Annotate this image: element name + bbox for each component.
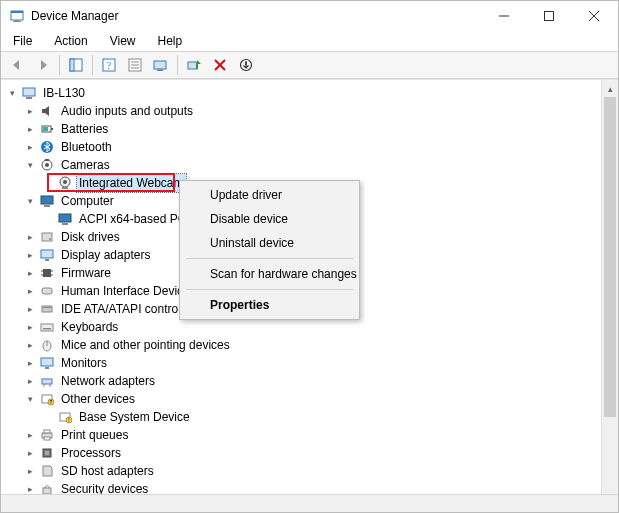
expand-icon[interactable]: ▸ bbox=[23, 338, 37, 352]
vertical-scrollbar[interactable]: ▴ ▾ bbox=[601, 80, 618, 512]
expand-icon[interactable]: ▸ bbox=[23, 302, 37, 316]
display-icon bbox=[39, 247, 55, 263]
svg-text:!: ! bbox=[68, 417, 69, 423]
tree-label: ACPI x64-based PC bbox=[77, 210, 188, 228]
menu-scan-hardware[interactable]: Scan for hardware changes bbox=[182, 262, 357, 286]
menu-separator bbox=[186, 289, 353, 290]
svg-rect-51 bbox=[41, 324, 53, 331]
menu-disable-device[interactable]: Disable device bbox=[182, 207, 357, 231]
svg-rect-9 bbox=[70, 59, 74, 71]
monitor-icon bbox=[57, 211, 73, 227]
monitor-icon bbox=[39, 193, 55, 209]
expand-icon[interactable]: ▸ bbox=[23, 446, 37, 460]
tree-label: IB-L130 bbox=[41, 84, 87, 102]
expand-icon[interactable]: ▸ bbox=[23, 374, 37, 388]
properties-button[interactable] bbox=[123, 54, 147, 76]
close-button[interactable] bbox=[571, 2, 616, 30]
svg-rect-43 bbox=[43, 269, 51, 277]
tree-label: Base System Device bbox=[77, 408, 192, 426]
device-tree[interactable]: ▾ IB-L130 ▸ Audio inputs and outputs ▸ B… bbox=[1, 80, 601, 512]
scroll-track[interactable] bbox=[602, 97, 618, 495]
tree-label: Display adapters bbox=[59, 246, 152, 264]
menu-view[interactable]: View bbox=[102, 33, 144, 49]
svg-text:?: ? bbox=[107, 60, 112, 71]
mouse-icon bbox=[39, 337, 55, 353]
tree-item-audio[interactable]: ▸ Audio inputs and outputs bbox=[3, 102, 601, 120]
tree-item-mice[interactable]: ▸ Mice and other pointing devices bbox=[3, 336, 601, 354]
expand-icon[interactable]: ▸ bbox=[23, 230, 37, 244]
tree-item-cameras[interactable]: ▾ Cameras bbox=[3, 156, 601, 174]
expand-icon[interactable]: ▸ bbox=[23, 464, 37, 478]
tree-root[interactable]: ▾ IB-L130 bbox=[3, 84, 601, 102]
back-button[interactable] bbox=[5, 54, 29, 76]
menu-uninstall-device[interactable]: Uninstall device bbox=[182, 231, 357, 255]
svg-rect-27 bbox=[43, 127, 48, 131]
expand-icon[interactable]: ▸ bbox=[23, 104, 37, 118]
context-menu: Update driver Disable device Uninstall d… bbox=[179, 180, 360, 320]
expand-icon[interactable]: ▸ bbox=[23, 428, 37, 442]
tree-item-batteries[interactable]: ▸ Batteries bbox=[3, 120, 601, 138]
collapse-icon[interactable]: ▾ bbox=[5, 86, 19, 100]
network-icon bbox=[39, 373, 55, 389]
menu-file[interactable]: File bbox=[5, 33, 40, 49]
window-controls bbox=[481, 2, 616, 30]
tree-item-monitors[interactable]: ▸ Monitors bbox=[3, 354, 601, 372]
collapse-icon[interactable]: ▾ bbox=[23, 194, 37, 208]
svg-rect-3 bbox=[13, 21, 21, 22]
maximize-button[interactable] bbox=[526, 2, 571, 30]
expand-icon[interactable]: ▸ bbox=[23, 122, 37, 136]
tree-label: Network adapters bbox=[59, 372, 157, 390]
uninstall-device-button[interactable] bbox=[208, 54, 232, 76]
tree-item-keyboards[interactable]: ▸ Keyboards bbox=[3, 318, 601, 336]
camera-icon bbox=[39, 157, 55, 173]
tree-label: Human Interface Device bbox=[59, 282, 192, 300]
spacer bbox=[41, 410, 55, 424]
menu-bar: File Action View Help bbox=[1, 31, 618, 51]
svg-rect-50 bbox=[43, 307, 51, 308]
tree-item-network[interactable]: ▸ Network adapters bbox=[3, 372, 601, 390]
help-button[interactable]: ? bbox=[97, 54, 121, 76]
tree-label: Keyboards bbox=[59, 318, 120, 336]
tree-label: IDE ATA/ATAPI controller bbox=[59, 300, 196, 318]
svg-rect-24 bbox=[26, 97, 32, 99]
scan-hardware-button[interactable] bbox=[182, 54, 206, 76]
tree-item-sd-host[interactable]: ▸ SD host adapters bbox=[3, 462, 601, 480]
tree-label: Mice and other pointing devices bbox=[59, 336, 232, 354]
other-devices-icon: ? bbox=[39, 391, 55, 407]
computer-icon bbox=[21, 85, 37, 101]
tree-item-bluetooth[interactable]: ▸ Bluetooth bbox=[3, 138, 601, 156]
tree-item-other-devices[interactable]: ▾ ? Other devices bbox=[3, 390, 601, 408]
update-driver-button[interactable] bbox=[149, 54, 173, 76]
scroll-thumb[interactable] bbox=[604, 97, 616, 417]
tree-item-print-queues[interactable]: ▸ Print queues bbox=[3, 426, 601, 444]
app-icon bbox=[9, 8, 25, 24]
expand-icon[interactable]: ▸ bbox=[23, 248, 37, 262]
speaker-icon bbox=[39, 103, 55, 119]
scroll-up-button[interactable]: ▴ bbox=[602, 80, 618, 97]
collapse-icon[interactable]: ▾ bbox=[23, 392, 37, 406]
menu-properties[interactable]: Properties bbox=[182, 293, 357, 317]
menu-update-driver[interactable]: Update driver bbox=[182, 183, 357, 207]
expand-icon[interactable]: ▸ bbox=[23, 284, 37, 298]
keyboard-icon bbox=[39, 319, 55, 335]
svg-rect-67 bbox=[44, 430, 50, 433]
disable-device-button[interactable] bbox=[234, 54, 258, 76]
expand-icon[interactable]: ▸ bbox=[23, 266, 37, 280]
svg-point-33 bbox=[63, 180, 67, 184]
show-hide-tree-button[interactable] bbox=[64, 54, 88, 76]
menu-action[interactable]: Action bbox=[46, 33, 95, 49]
menu-help[interactable]: Help bbox=[150, 33, 191, 49]
expand-icon[interactable]: ▸ bbox=[23, 320, 37, 334]
tree-item-base-system-device[interactable]: ! Base System Device bbox=[3, 408, 601, 426]
expand-icon[interactable]: ▸ bbox=[23, 356, 37, 370]
collapse-icon[interactable]: ▾ bbox=[23, 158, 37, 172]
expand-icon[interactable]: ▸ bbox=[23, 140, 37, 154]
svg-point-30 bbox=[45, 163, 49, 167]
svg-rect-19 bbox=[196, 63, 198, 69]
svg-rect-35 bbox=[41, 196, 53, 204]
svg-point-40 bbox=[49, 238, 51, 240]
tree-item-processors[interactable]: ▸ Processors bbox=[3, 444, 601, 462]
minimize-button[interactable] bbox=[481, 2, 526, 30]
chip-icon bbox=[39, 265, 55, 281]
forward-button[interactable] bbox=[31, 54, 55, 76]
